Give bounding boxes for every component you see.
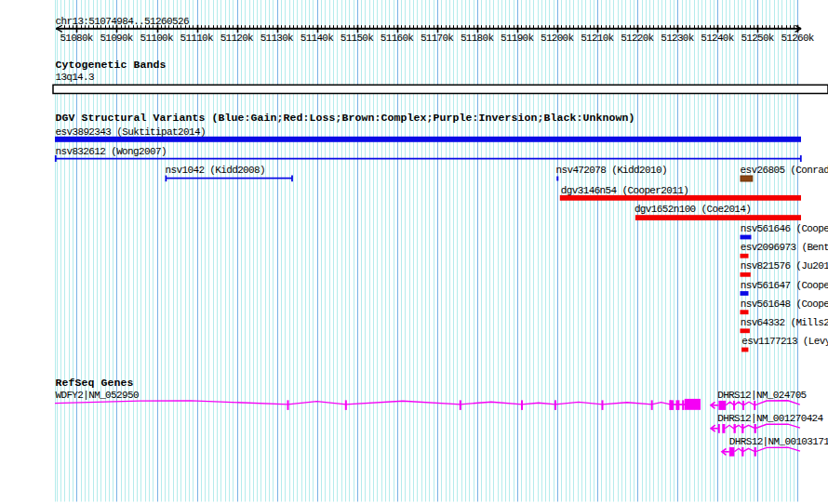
svg-text:51180k: 51180k	[461, 33, 494, 44]
svg-text:13q14.3: 13q14.3	[56, 72, 95, 83]
svg-text:51210k: 51210k	[581, 33, 614, 44]
svg-text:esv1177213 (Levy2007): esv1177213 (Levy2007)	[741, 336, 828, 347]
svg-text:esv3892343 (Suktitipat2014): esv3892343 (Suktitipat2014)	[56, 126, 207, 138]
svg-text:51090k: 51090k	[100, 33, 133, 44]
svg-text:51130k: 51130k	[260, 33, 294, 44]
svg-text:dgv3146n54 (Cooper2011): dgv3146n54 (Cooper2011)	[561, 185, 689, 196]
svg-text:51100k: 51100k	[140, 33, 174, 44]
svg-text:Cytogenetic Bands: Cytogenetic Bands	[56, 59, 167, 71]
svg-text:51160k: 51160k	[381, 33, 414, 44]
svg-text:nsv561647 (Cooper2011): nsv561647 (Cooper2011)	[741, 280, 828, 291]
svg-text:51230k: 51230k	[661, 33, 694, 44]
svg-text:nsv1042 (Kidd2008): nsv1042 (Kidd2008)	[166, 165, 266, 176]
svg-text:51170k: 51170k	[421, 33, 454, 44]
svg-text:DHRS12|NM_024705: DHRS12|NM_024705	[717, 390, 807, 401]
svg-text:DGV Structural Variants (Blue:: DGV Structural Variants (Blue:Gain;Red:L…	[56, 112, 635, 124]
svg-text:51110k: 51110k	[180, 33, 214, 44]
svg-text:51260k: 51260k	[781, 33, 814, 44]
svg-text:51140k: 51140k	[300, 33, 334, 44]
svg-text:51190k: 51190k	[501, 33, 534, 44]
svg-text:51200k: 51200k	[541, 33, 574, 44]
svg-text:esv2096973 (Bentley2009): esv2096973 (Bentley2009)	[741, 242, 828, 253]
svg-text:nsv561646 (Cooper2011): nsv561646 (Cooper2011)	[741, 223, 828, 234]
svg-text:51150k: 51150k	[341, 33, 374, 44]
svg-text:51080k: 51080k	[60, 33, 93, 44]
svg-text:51220k: 51220k	[621, 33, 654, 44]
svg-text:nsv561648 (Cooper2011): nsv561648 (Cooper2011)	[741, 298, 828, 310]
svg-text:DHRS12|NM_001031712: DHRS12|NM_001031712	[729, 436, 828, 447]
svg-text:WDFY2|NM_052950: WDFY2|NM_052950	[56, 390, 140, 401]
svg-text:DHRS12|NM_001270424: DHRS12|NM_001270424	[717, 413, 823, 424]
svg-text:nsv832612 (Wong2007): nsv832612 (Wong2007)	[56, 146, 167, 157]
svg-text:esv26805 (Conrad2010): esv26805 (Conrad2010)	[741, 165, 828, 176]
svg-text:51250k: 51250k	[741, 33, 774, 44]
svg-text:nsv472078 (Kidd2010): nsv472078 (Kidd2010)	[556, 165, 668, 176]
svg-text:51240k: 51240k	[701, 33, 734, 44]
svg-text:nsv821576 (Ju2010): nsv821576 (Ju2010)	[741, 260, 828, 272]
svg-text:51120k: 51120k	[220, 33, 254, 44]
svg-text:dgv1652n100 (Coe2014): dgv1652n100 (Coe2014)	[634, 204, 752, 215]
svg-text:RefSeq Genes: RefSeq Genes	[56, 377, 134, 389]
svg-text:chr13:51074984..51260526: chr13:51074984..51260526	[56, 16, 190, 27]
svg-text:nsv64332 (Mills2011): nsv64332 (Mills2011)	[741, 317, 828, 328]
